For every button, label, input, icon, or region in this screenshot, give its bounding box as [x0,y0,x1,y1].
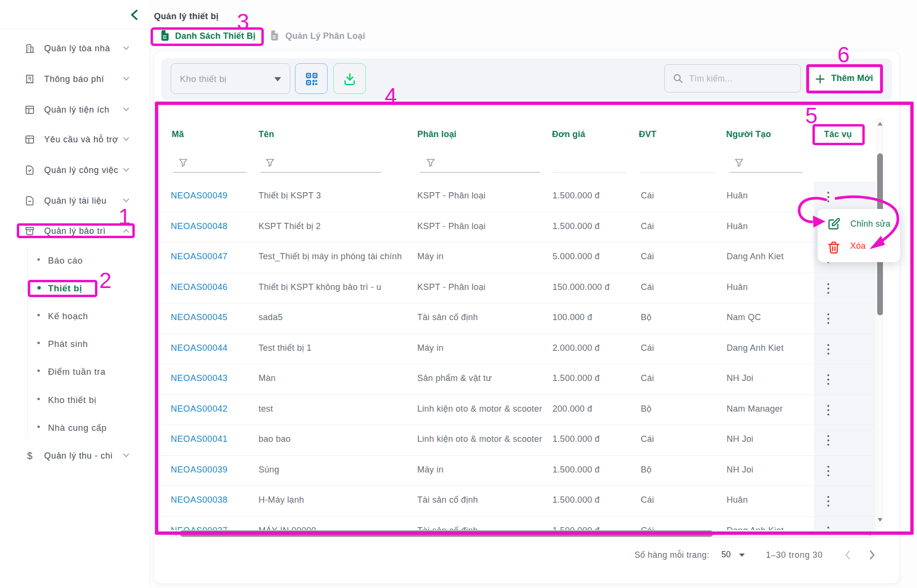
svg-text:$: $ [27,451,32,461]
